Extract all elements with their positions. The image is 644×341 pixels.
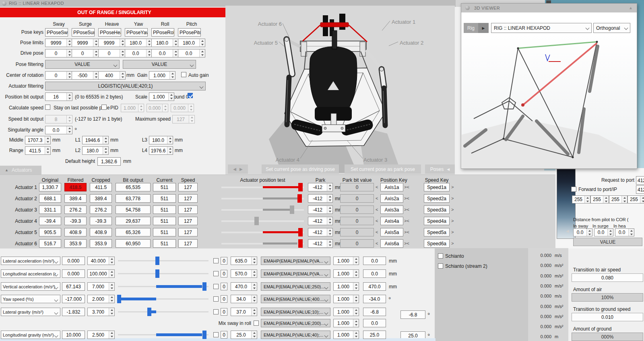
mixer-formula-dropdown[interactable]: EMALP(EMALP(VALUE;40);... — [261, 331, 330, 339]
scale-spinner[interactable]: 1.000 — [149, 92, 174, 101]
position-key-input[interactable]: Axis4a — [380, 217, 403, 225]
spinner-down-icon[interactable] — [169, 97, 174, 101]
spinner-arrows[interactable] — [93, 39, 99, 47]
key-swap-icons[interactable]: >< — [404, 207, 409, 212]
spinner-up-icon[interactable] — [252, 308, 257, 312]
spinner-arrows[interactable] — [327, 217, 332, 225]
spinner-down-icon[interactable] — [167, 140, 173, 144]
mixer-slider[interactable] — [118, 295, 208, 303]
slider-handle[interactable] — [202, 331, 206, 339]
spinner-arrows[interactable] — [168, 93, 174, 101]
ip-spinner[interactable]: 255 — [609, 195, 627, 203]
spinner-arrows[interactable] — [607, 229, 613, 236]
slider-handle[interactable] — [155, 257, 159, 265]
spinner-up-icon[interactable] — [622, 196, 627, 199]
mixer-zero-button[interactable]: 0 — [221, 257, 227, 265]
spinner-up-icon[interactable] — [327, 183, 332, 187]
spinner-up-icon[interactable] — [353, 308, 359, 312]
mixer-gain-spinner[interactable]: 1.000 — [333, 282, 359, 291]
l1-spinner[interactable]: 1946.6 — [82, 136, 109, 144]
park-spinner[interactable]: -412 — [308, 194, 333, 203]
key-swap-icons[interactable]: >< — [404, 230, 409, 234]
spinner-up-icon[interactable] — [252, 295, 257, 299]
pose-key-input[interactable]: PPoseYaw — [125, 28, 148, 37]
spinner-arrows[interactable] — [353, 308, 359, 316]
mixer-channel-dropdown[interactable]: Lateral acceleration (m/s²) — [1, 257, 60, 265]
slider-handle[interactable] — [298, 239, 303, 248]
gain-spinner[interactable]: 1.000 — [149, 71, 175, 80]
ip-spinner[interactable]: 255 — [572, 195, 590, 203]
speed-key-input[interactable]: Speed3a — [424, 205, 450, 214]
pose-limit-spinner[interactable]: 9999 — [98, 39, 126, 47]
spinner-up-icon[interactable] — [45, 147, 50, 151]
maximum-speed-spinner[interactable]: 127 — [172, 115, 195, 123]
spinner-down-icon[interactable] — [252, 299, 257, 303]
spinner-down-icon[interactable] — [189, 119, 194, 123]
drive-pose-spinner[interactable]: 0.0 — [178, 49, 205, 58]
spinner-up-icon[interactable] — [103, 136, 108, 140]
viewer-rig-dropdown[interactable]: RIG :: LINEAR HEXAPOD — [491, 23, 592, 33]
l4-spinner[interactable]: 1976.6 — [149, 146, 173, 155]
spinner-down-icon[interactable] — [188, 108, 194, 112]
mixer-zero-button[interactable]: 0 — [221, 295, 227, 303]
spinner-arrows[interactable] — [584, 196, 590, 203]
l2-spinner[interactable]: 180.0 — [82, 146, 109, 155]
spinner-down-icon[interactable] — [252, 261, 257, 265]
next-pose-icon[interactable]: ▶ — [239, 167, 243, 171]
drive-pose-spinner[interactable]: 0.0 — [151, 49, 179, 58]
spinner-up-icon[interactable] — [629, 229, 634, 232]
spinner-up-icon[interactable] — [353, 295, 359, 299]
mixer-slider[interactable] — [118, 257, 208, 265]
viewer-collapse-icon[interactable]: ▲ — [629, 6, 633, 10]
set-park-pose-button[interactable]: Set current pose as park pose — [345, 164, 421, 174]
l3-spinner[interactable]: 180.0 — [149, 136, 173, 144]
mixer-scale-spinner[interactable]: 3.700 — [87, 308, 115, 316]
spinner-up-icon[interactable] — [109, 283, 114, 287]
position-key-input[interactable]: Axis3a — [380, 205, 403, 214]
slider-handle[interactable] — [147, 308, 151, 316]
spinner-down-icon[interactable] — [327, 232, 332, 236]
spinner-arrows[interactable] — [103, 147, 108, 154]
mixer-channel-dropdown[interactable]: Lateral gravity (m/s²) — [1, 308, 60, 316]
spinner-up-icon[interactable] — [200, 49, 205, 53]
spinner-arrows[interactable] — [640, 196, 644, 203]
spinner-down-icon[interactable] — [327, 210, 332, 214]
spinner-down-icon[interactable] — [603, 199, 609, 203]
spinner-up-icon[interactable] — [67, 126, 72, 130]
mixer-channel-dropdown[interactable]: Yaw speed (º/s) — [1, 295, 60, 303]
spinner-up-icon[interactable] — [109, 295, 114, 299]
spinner-arrows[interactable] — [251, 308, 257, 316]
spinner-up-icon[interactable] — [603, 196, 609, 199]
spinner-arrows[interactable] — [93, 49, 99, 57]
spinner-up-icon[interactable] — [163, 104, 168, 108]
spinner-arrows[interactable] — [109, 257, 114, 265]
distance-spinner[interactable]: 0.0 — [615, 228, 634, 236]
spinner-down-icon[interactable] — [109, 261, 114, 265]
position-key-input[interactable]: Axis1a — [380, 183, 403, 191]
spinner-up-icon[interactable] — [120, 72, 125, 76]
prev-pose-icon[interactable]: ◀ — [233, 167, 236, 171]
singularity-spinner[interactable]: 0.0 — [45, 126, 72, 134]
forward-port-input[interactable]: 4125 — [636, 185, 644, 194]
mixer-limit-spinner[interactable]: 635.0 — [231, 257, 257, 265]
pose-limit-spinner[interactable]: 9999 — [72, 39, 99, 47]
spinner-up-icon[interactable] — [45, 136, 50, 140]
around-zero-checkbox[interactable] — [188, 93, 193, 98]
spinner-arrows[interactable] — [120, 39, 125, 47]
distance-spinner[interactable]: 0.0 — [594, 228, 613, 236]
spinner-down-icon[interactable] — [327, 199, 332, 203]
mix-sway-checkbox[interactable] — [254, 320, 259, 326]
spinner-arrows[interactable] — [199, 49, 205, 57]
mixer-formula-dropdown[interactable]: EMAHP(EMALP(EMALP(VA... — [261, 269, 330, 278]
mixer-limit-spinner[interactable]: 570.0 — [231, 269, 257, 278]
spinner-up-icon[interactable] — [327, 228, 332, 232]
spinner-up-icon[interactable] — [189, 115, 194, 119]
spinner-arrows[interactable] — [120, 49, 125, 57]
spinner-up-icon[interactable] — [353, 270, 359, 274]
spinner-arrows[interactable] — [353, 331, 359, 339]
spinner-arrows[interactable] — [93, 72, 99, 79]
spinner-down-icon[interactable] — [67, 119, 72, 123]
mixer-formula-dropdown[interactable]: EMALP(EMALP(VALUE;400.... — [261, 295, 330, 303]
mixer-limit-spinner[interactable]: 37.0 — [231, 308, 257, 316]
spinner-down-icon[interactable] — [109, 335, 114, 339]
